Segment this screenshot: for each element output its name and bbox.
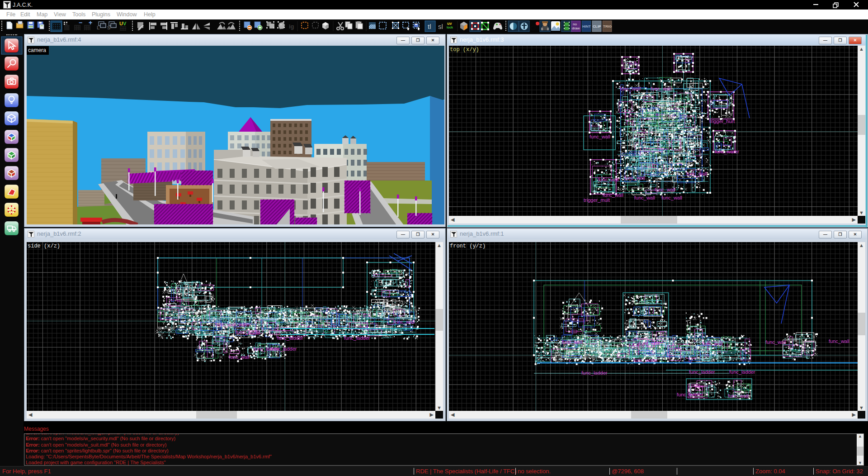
svg-text:lock: lock xyxy=(447,26,453,29)
svg-text:func_wall: func_wall xyxy=(598,177,619,182)
svg-text:func_ladder: func_ladder xyxy=(277,335,303,341)
svg-text:func_wall: func_wall xyxy=(634,195,655,200)
svg-text:func_wall: func_wall xyxy=(639,341,660,346)
svg-text:HINT: HINT xyxy=(582,24,591,29)
svg-text:func_water: func_water xyxy=(633,357,658,363)
svg-text:func_ladder: func_ladder xyxy=(729,369,755,375)
svg-text:func_wall: func_wall xyxy=(620,86,641,91)
svg-text:L: L xyxy=(97,25,100,30)
svg-text:trigger_hurt: trigger_hurt xyxy=(709,119,735,124)
svg-text:ig: ig xyxy=(289,23,294,30)
svg-text:sl: sl xyxy=(438,23,443,30)
svg-text:TRIG: TRIG xyxy=(603,24,612,29)
svg-text:func_wall: func_wall xyxy=(728,393,749,399)
svg-text:tl: tl xyxy=(428,23,431,30)
svg-text:U: U xyxy=(119,21,123,26)
svg-text:func_ladder: func_ladder xyxy=(677,392,703,397)
svg-text:func_wall: func_wall xyxy=(661,195,682,200)
svg-text:func_wall_water: func_wall_water xyxy=(215,322,251,327)
svg-text:func_wall: func_wall xyxy=(624,175,645,181)
svg-text:func_wall: func_wall xyxy=(394,319,415,324)
svg-text:trigger_mult: trigger_mult xyxy=(584,197,610,203)
svg-text:draw: draw xyxy=(572,26,580,30)
svg-text:func_ladder: func_ladder xyxy=(581,370,608,376)
svg-text:func_wall: func_wall xyxy=(651,86,671,91)
svg-text:+: + xyxy=(89,19,92,26)
svg-text:func_wall: func_wall xyxy=(829,338,849,344)
svg-text:CLIP: CLIP xyxy=(593,24,601,29)
svg-text:func_wall: func_wall xyxy=(765,339,786,345)
svg-text:func_wall: func_wall xyxy=(655,187,675,192)
svg-text:uv: uv xyxy=(447,21,452,26)
svg-text:−: − xyxy=(79,19,82,26)
svg-text:func_ladder: func_ladder xyxy=(271,346,297,352)
svg-text:func_wall: func_wall xyxy=(590,134,610,139)
svg-text:no: no xyxy=(573,22,577,26)
svg-text:V: V xyxy=(123,21,127,26)
svg-text:func_wall: func_wall xyxy=(562,339,583,345)
svg-text:func_water: func_water xyxy=(236,329,260,335)
svg-text:func_ladder: func_ladder xyxy=(344,335,370,341)
svg-text:func_ladder: func_ladder xyxy=(689,369,715,375)
svg-text:func_wall: func_wall xyxy=(686,171,707,176)
svg-text:model: model xyxy=(217,316,231,321)
svg-text:func_wall: func_wall xyxy=(702,341,723,346)
svg-text:func_water: func_water xyxy=(715,149,739,154)
svg-text:S: S xyxy=(107,25,110,30)
svg-text:func_wall: func_wall xyxy=(229,354,250,360)
